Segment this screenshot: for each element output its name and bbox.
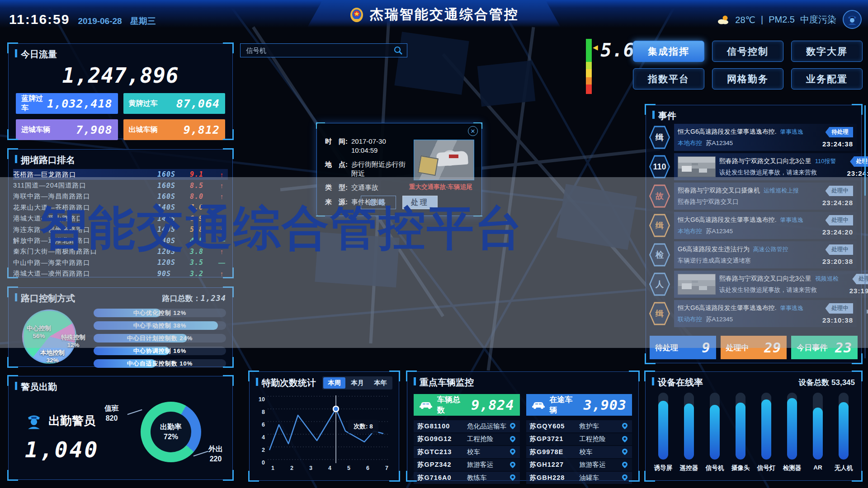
event-thumbnail (678, 156, 716, 177)
location-pin-icon[interactable] (509, 474, 516, 481)
event-line2-label: 联动布控 (678, 315, 702, 324)
event-line1: 熙春路与宁双路交叉口摄像机运维巡检上报 (678, 187, 811, 195)
trend-icon: ↑ (216, 270, 228, 277)
flow-card: 进城车辆7,908 (16, 119, 118, 140)
vehicle-row[interactable]: 苏GH1227旅游客运 (526, 459, 632, 471)
location-pin-icon[interactable] (509, 422, 516, 430)
trend-icon: ↑ (216, 192, 228, 200)
popup-field-label: 类 型: (325, 183, 351, 192)
nav-button[interactable]: 业务配置 (791, 68, 863, 89)
event-item[interactable]: 缉恒大G6高速路段发生肇事逃逸布控...肇事逃逸本地布控苏A12345处理中23… (649, 212, 857, 239)
vehicle-row[interactable]: 苏GPZ342旅游客运 (414, 459, 520, 471)
location-pin-icon[interactable] (621, 461, 628, 469)
panel-title: 事件 (652, 110, 676, 122)
device-label: 摄像头 (731, 464, 750, 472)
event-item[interactable]: 110熙春路与宁双路交叉口向北3公里110报警该处发生轻微追尾事故，请速来营救处… (649, 153, 857, 180)
nav-button[interactable]: 指数平台 (633, 68, 704, 89)
event-text: 熙春路与宁双路交叉口向北3公里视频巡检该处发生轻微追尾事故，请速来营救 (719, 275, 839, 294)
event-item[interactable]: 缉恒大G6高速路段发生肇事逃逸布控...肇事逃逸联动布控苏A12345处理中23… (649, 300, 857, 327)
congestion-row[interactable]: 海连东路—郁州南路路口140S5.8↑ (13, 224, 228, 235)
congestion-row[interactable]: 港城大道—平山路路口140S6.9↑ (13, 213, 228, 224)
vehicle-list-left: 苏G81100危化品运输车苏G09G12工程抢险苏GTC213校车苏GPZ342… (414, 420, 520, 485)
dashboard: 11:16:59 2019-06-28 星期三 杰瑞智能交通综合管控 28℃ |… (0, 0, 868, 488)
close-icon[interactable]: ✕ (468, 126, 478, 136)
device-bar-track (813, 393, 823, 460)
nav-button[interactable]: 网格勤务 (712, 68, 783, 89)
search-icon[interactable] (393, 46, 403, 56)
congestion-row[interactable]: 花果山大道—苍梧路路口140S7.0↑ (13, 202, 228, 213)
tab-本周[interactable]: 本周 (323, 377, 345, 389)
app-title: 杰瑞智能交通综合管控 (370, 5, 519, 24)
panel-title: 今日流量 (15, 48, 57, 61)
event-line2-text: 苏A12345 (706, 315, 733, 324)
event-tag-link[interactable]: 肇事逃逸 (780, 216, 803, 224)
panel-title: 特勤次数统计 (256, 377, 316, 389)
leader-line (193, 451, 208, 456)
event-time: 23:24:38 (822, 140, 853, 148)
location-pin-icon[interactable] (509, 436, 516, 443)
congestion-row[interactable]: 解放中路—通灌北路路口140S4.5— (13, 235, 228, 246)
event-tag-link[interactable]: 肇事逃逸 (780, 304, 803, 312)
vehicle-row[interactable]: 苏GTC213校车 (414, 446, 520, 458)
congestion-row[interactable]: 中山中路—海棠中路路口120S3.5— (13, 257, 228, 268)
nav-button[interactable]: 信号控制 (712, 41, 783, 62)
event-type-icon: 人 (649, 272, 670, 296)
tab-本月[interactable]: 本月 (346, 377, 368, 389)
nav-button[interactable]: 集成指挥 (633, 41, 704, 62)
event-tag-link[interactable]: 肇事逃逸 (780, 128, 803, 136)
event-tag-link[interactable]: 视频巡检 (815, 275, 839, 283)
vehicle-row[interactable]: 苏GP3721工程抢险 (526, 433, 632, 446)
vehicle-row[interactable]: 苏G716A0教练车 (414, 472, 520, 484)
intersection-name: 解放中路—通灌北路路口 (13, 236, 157, 245)
event-item[interactable]: 故熙春路与宁双路交叉口摄像机运维巡检上报熙春路与宁双路交叉口处理中23:24:2… (649, 183, 857, 210)
congestion-row[interactable]: 海联中路—海昌南路路口160S8.0↑ (13, 191, 228, 202)
vehicle-type: 教练车 (467, 474, 509, 482)
location-pin-icon[interactable] (509, 448, 516, 455)
device-bar: 信号灯 (756, 393, 777, 476)
panel-device-online: 设备在线率 设备总数 53,345 诱导屏遥控器信号机摄像头信号灯检测器AR无人… (645, 371, 862, 481)
location-pin-icon[interactable] (621, 436, 628, 443)
congestion-row[interactable]: 港城大道—凌州西路路口90S3.2↑ (13, 268, 228, 279)
vehicle-row[interactable]: 苏G81100危化品运输车 (414, 420, 520, 432)
location-pin-icon[interactable] (621, 474, 628, 481)
event-side: 处理中23:24:30 (836, 156, 868, 177)
ignore-button[interactable]: 忽略 (361, 196, 396, 209)
popup-field-value: 步行街附近步行街附近 (351, 160, 411, 178)
status-badge: 处理中 (826, 244, 854, 255)
user-avatar[interactable] (843, 10, 862, 29)
tab-本年[interactable]: 本年 (369, 377, 392, 389)
event-tag-link[interactable]: 运维巡检上报 (764, 187, 799, 195)
location-pin-icon[interactable] (509, 461, 516, 469)
congestion-index: 3.2 (190, 270, 216, 278)
intersection-name: 海连东路—郁州南路路口 (13, 225, 157, 234)
search-input[interactable] (241, 47, 393, 54)
vehicle-row[interactable]: 苏GQY605救护车 (526, 420, 632, 432)
location-pin-icon[interactable] (621, 422, 628, 430)
event-tag-link[interactable]: 高速公路管控 (753, 245, 788, 253)
vehicle-row[interactable]: 苏G09G12工程抢险 (414, 433, 520, 446)
congestion-row[interactable]: 秦东门大街—南极南路路口120S3.8↑ (13, 246, 228, 257)
vehicle-plate: 苏GTC213 (417, 448, 467, 456)
device-bar-track (658, 393, 668, 460)
congestion-row[interactable]: 苍梧路—巨龙路路口160S9.1↑ (13, 169, 228, 180)
y-tick-label: 2 (252, 447, 265, 453)
event-line2-label: 本地布控 (678, 139, 702, 147)
handle-button[interactable]: 处理 (402, 196, 438, 209)
event-item[interactable]: 检G6高速路段发生违法行为高速公路管控车辆逆行造成高速交通堵塞处理中23:20:… (649, 241, 857, 268)
event-tag-link[interactable]: 110报警 (815, 157, 836, 165)
vehicle-row[interactable]: 苏GBH228油罐车 (526, 472, 632, 484)
vehicle-plate: 苏G9978E (530, 448, 580, 456)
location-pin-icon[interactable] (621, 448, 628, 455)
vehicle-row[interactable]: 苏G9978E校车 (526, 446, 632, 458)
nav-button[interactable]: 数字大屏 (791, 41, 863, 62)
device-bar-track (710, 393, 720, 460)
congestion-index: 8.5 (190, 182, 216, 190)
vehicle-card-row: 车辆总数9,824在途车辆3,903 (407, 390, 638, 420)
event-item[interactable]: 人熙春路与宁双路交叉口向北3公里视频巡检该处发生轻微追尾事故，请速来营救处理中2… (649, 271, 857, 298)
congestion-row[interactable]: 311国道—204国道路口160S8.5↑ (13, 180, 228, 191)
summary-label: 待处理 (655, 343, 678, 353)
event-item[interactable]: 缉恒大G6高速路段发生肇事逃逸布控...肇事逃逸本地布控苏A12345待处理23… (649, 124, 857, 151)
air-quality: 中度污染 (800, 14, 836, 26)
device-bar: 信号机 (704, 393, 725, 476)
events-scrollbar[interactable] (864, 105, 866, 358)
